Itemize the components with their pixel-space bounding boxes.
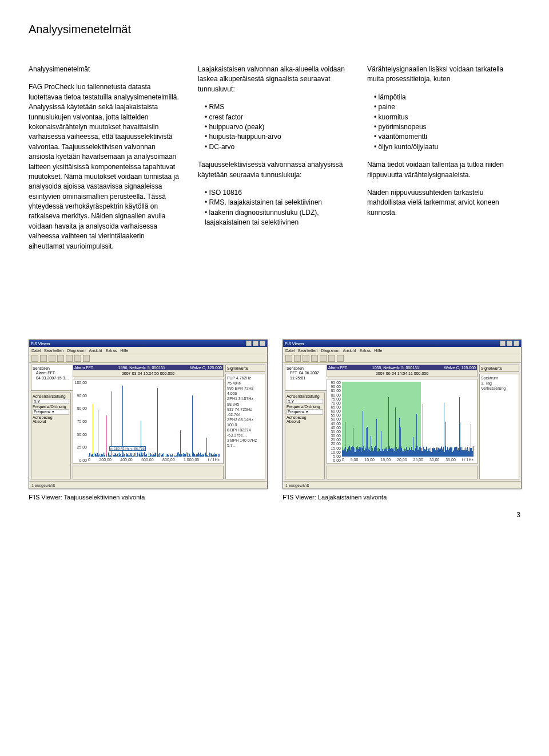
page-title: Analyysimenetelmät: [29, 23, 520, 36]
tool-icon[interactable]: [49, 355, 55, 362]
tree-item[interactable]: Alarm FFT. 04.03.2007 15:3…: [33, 371, 73, 381]
col2-list-1: RMScrest factorhuippuarvo (peak)huipusta…: [198, 102, 351, 152]
col3-list: lämpötilapainekuormituspyörimisnopeusvää…: [367, 93, 520, 152]
app-window-right: FIS Viewer DateiBearbeitenDiagrammAnsich…: [283, 339, 522, 489]
plot-timestamp: 2007-03-04 15:34:55 000.000: [74, 371, 222, 375]
spectrum-plot-left[interactable]: 100,0090,0080,0075,0050,0025,000,00 x: 1…: [73, 379, 224, 464]
list-item: laakerin diagnoositunnusluku (LDZ), laaj…: [205, 208, 351, 228]
menu-item[interactable]: Extras: [359, 349, 371, 353]
tool-icon[interactable]: [285, 355, 292, 362]
column-3: Värähtelysignaalien lisäksi voidaan tark…: [367, 65, 520, 259]
list-item: lämpötila: [374, 93, 520, 102]
dropdown[interactable]: X,Y: [33, 399, 69, 404]
plot-area[interactable]: [342, 382, 474, 457]
menu-item[interactable]: Hilfe: [120, 349, 128, 353]
work-area: Sensoren FFT. 04.06.2007 11:25:01 Achsen…: [283, 363, 521, 481]
center-panel: Alarm FFT1035, Nettwerk: 5, 050131 Walze…: [327, 365, 478, 479]
dropdown[interactable]: Frequenz ▾: [287, 409, 323, 415]
menu-item[interactable]: Ansicht: [343, 349, 356, 353]
spectrum-plot-right[interactable]: 95,0090,0085,0080,0075,0070,0065,0060,00…: [327, 379, 478, 464]
col2-p2: Taajuusselektiivisessä valvonnassa analy…: [198, 160, 351, 180]
window-title: FIS Viewer: [285, 342, 304, 346]
list-item: DC-arvo: [205, 142, 351, 152]
tool-icon[interactable]: [74, 355, 81, 362]
list-item: RMS: [205, 102, 351, 112]
menu-item[interactable]: Ansicht: [89, 349, 102, 353]
figure-left: FIS Viewer DateiBearbeitenDiagrammAnsich…: [29, 339, 266, 501]
window-controls[interactable]: [245, 341, 265, 347]
setting-label: Achsendarstellung: [287, 394, 323, 398]
maximize-icon[interactable]: [507, 341, 512, 346]
info-panel[interactable]: FUP 4.762Hz 75.49%995 BPR 73Hz 4.006ZPH1…: [225, 374, 265, 479]
menu-item[interactable]: Diagramm: [67, 349, 85, 353]
right-panel: Signalwerte Spektrum1. Tag Verbesserung: [479, 365, 519, 479]
list-item: crest factor: [205, 113, 351, 122]
tool-icon[interactable]: [320, 355, 327, 362]
column-2: Laajakaistaisen valvonnan aika-alueella …: [198, 65, 351, 259]
menu-item[interactable]: Hilfe: [374, 349, 382, 353]
column-1: Analyysimenetelmät FAG ProCheck luo tall…: [29, 65, 182, 259]
col2-list-2: ISO 10816RMS, laajakaistainen tai selekt…: [198, 188, 351, 228]
tree-panel[interactable]: Sensoren Alarm FFT. 04.03.2007 15:3…: [31, 365, 74, 391]
tree-root[interactable]: Sensoren: [33, 366, 73, 371]
plot-timestamp: 2007-06-04 14:04:11 000.000: [328, 371, 476, 375]
tree-panel[interactable]: Sensoren FFT. 04.06.2007 11:25:01: [285, 365, 328, 391]
list-item: vääntömomentti: [374, 132, 520, 142]
list-item: pyörimisnopeus: [374, 122, 520, 132]
tree-root[interactable]: Sensoren: [287, 366, 327, 371]
col1-paragraph: FAG ProCheck luo tallennetusta datasta l…: [29, 82, 182, 251]
plot-set: Walze C, 125.000: [190, 366, 222, 370]
tool-icon[interactable]: [83, 355, 90, 362]
window-controls[interactable]: [499, 341, 519, 347]
tool-icon[interactable]: [337, 355, 344, 362]
tool-icon[interactable]: [40, 355, 47, 362]
x-axis: 0200,00400,00600,00800,001.000,00f / 1Hz: [88, 458, 220, 463]
close-icon[interactable]: [514, 341, 519, 346]
tool-icon[interactable]: [328, 355, 335, 362]
setting-label: Achsbezug: [33, 415, 69, 419]
titlebar: FIS Viewer: [283, 340, 521, 347]
menu-item[interactable]: Extras: [105, 349, 117, 353]
minimize-icon[interactable]: [246, 341, 252, 346]
dropdown[interactable]: X,Y: [287, 399, 323, 404]
tree-item[interactable]: FFT. 04.06.2007 11:25:01: [287, 371, 327, 381]
plot-area[interactable]: x: 180,43 Hz y: 86,766: [88, 382, 220, 457]
tool-icon[interactable]: [66, 355, 73, 362]
sig-label: Signalwerte: [479, 365, 519, 372]
list-item: huippuarvo (peak): [205, 122, 351, 132]
toolbar[interactable]: [283, 354, 521, 363]
text-columns: Analyysimenetelmät FAG ProCheck luo tall…: [29, 65, 520, 259]
info-panel[interactable]: Spektrum1. Tag Verbesserung: [479, 374, 519, 479]
setting-label: Achsbezug: [287, 415, 323, 419]
menu-item[interactable]: Bearbeiten: [298, 349, 317, 353]
setting-label: Absolut: [287, 419, 323, 423]
statusbar: 1 ausgewählt: [29, 481, 267, 489]
tool-icon[interactable]: [294, 355, 301, 362]
maximize-icon[interactable]: [253, 341, 258, 346]
tool-icon[interactable]: [31, 355, 38, 362]
menubar[interactable]: DateiBearbeitenDiagrammAnsichtExtrasHilf…: [283, 347, 521, 354]
tool-icon[interactable]: [57, 355, 64, 362]
menubar[interactable]: DateiBearbeitenDiagrammAnsichtExtrasHilf…: [29, 347, 267, 354]
work-area: Sensoren Alarm FFT. 04.03.2007 15:3… Ach…: [29, 363, 267, 481]
tool-icon[interactable]: [303, 355, 309, 362]
figure-right: FIS Viewer DateiBearbeitenDiagrammAnsich…: [283, 339, 520, 501]
side-settings[interactable]: Achsendarstellung X,Y Frequenz/Ordnung F…: [31, 393, 71, 479]
side-settings[interactable]: Achsendarstellung X,Y Frequenz/Ordnung F…: [285, 393, 325, 479]
minimize-icon[interactable]: [500, 341, 506, 346]
bottom-panel[interactable]: [73, 466, 224, 479]
plot-title: Alarm FFT: [74, 366, 93, 370]
bottom-panel[interactable]: [327, 466, 478, 479]
menu-item[interactable]: Datei: [285, 349, 295, 353]
list-item: paine: [374, 102, 520, 112]
dropdown[interactable]: Frequenz ▾: [33, 409, 69, 415]
toolbar[interactable]: [29, 354, 267, 363]
page-number: 3: [29, 511, 520, 519]
list-item: kuormitus: [374, 113, 520, 122]
menu-item[interactable]: Datei: [31, 349, 41, 353]
close-icon[interactable]: [260, 341, 265, 346]
menu-item[interactable]: Bearbeiten: [44, 349, 63, 353]
menu-item[interactable]: Diagramm: [321, 349, 339, 353]
titlebar: FIS Viewer: [29, 340, 267, 347]
tool-icon[interactable]: [311, 355, 318, 362]
